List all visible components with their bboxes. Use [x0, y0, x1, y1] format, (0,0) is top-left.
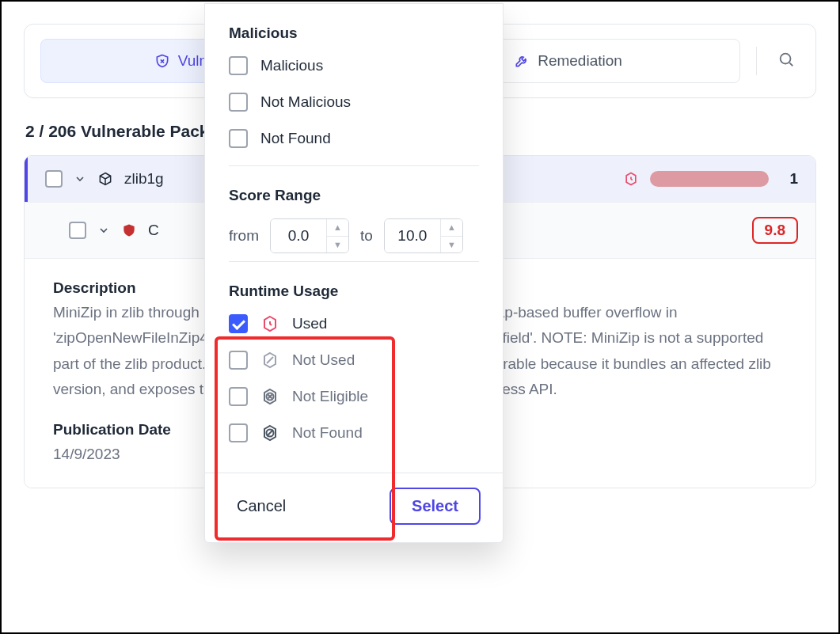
- shield-icon: [121, 222, 137, 238]
- package-icon: [97, 171, 113, 187]
- checkbox-used[interactable]: [229, 314, 248, 333]
- package-checkbox[interactable]: [45, 170, 63, 188]
- severity-count: 1: [789, 170, 798, 188]
- option-not-used-label: Not Used: [292, 351, 355, 369]
- runtime-usage-title: Runtime Usage: [229, 283, 479, 300]
- option-not-eligible[interactable]: Not Eligible: [229, 387, 479, 406]
- option-not-eligible-label: Not Eligible: [292, 388, 368, 405]
- option-used-label: Used: [292, 315, 327, 332]
- option-not-found-rt[interactable]: Not Found: [229, 423, 479, 442]
- option-not-found-mal-label: Not Found: [260, 130, 331, 147]
- score-from-field[interactable]: [271, 219, 326, 252]
- checkbox-not-malicious[interactable]: [229, 93, 248, 112]
- option-malicious[interactable]: Malicious: [229, 56, 479, 75]
- divider: [229, 261, 479, 262]
- severity-bar: [650, 171, 769, 187]
- wrench-icon: [514, 53, 530, 69]
- checkbox-not-found-mal[interactable]: [229, 129, 248, 148]
- hexagon-clock-icon: [623, 171, 639, 187]
- score-from-up[interactable]: ▲: [327, 219, 348, 237]
- hexagon-clock-icon: [260, 314, 279, 333]
- score-range-title: Score Range: [229, 187, 479, 204]
- chevron-down-icon[interactable]: [97, 224, 110, 237]
- cve-checkbox[interactable]: [69, 222, 86, 239]
- to-label: to: [360, 227, 373, 245]
- divider: [756, 47, 757, 75]
- score-to-up[interactable]: ▲: [441, 219, 462, 237]
- checkbox-not-used[interactable]: [229, 351, 248, 370]
- checkbox-malicious[interactable]: [229, 56, 248, 75]
- score-to-down[interactable]: ▼: [441, 237, 462, 253]
- option-not-malicious-label: Not Malicious: [260, 93, 351, 111]
- hexagon-x-icon: [260, 387, 279, 406]
- panel-footer: Cancel Select: [205, 473, 503, 542]
- shield-x-icon: [154, 53, 170, 69]
- search-icon: [777, 51, 795, 68]
- cancel-button[interactable]: Cancel: [227, 491, 295, 522]
- option-used[interactable]: Used: [229, 314, 479, 333]
- tab-remediation-label: Remediation: [538, 52, 622, 70]
- score-to-field[interactable]: [385, 219, 440, 252]
- hexagon-question-icon: [260, 423, 279, 442]
- score-from-input[interactable]: ▲ ▼: [270, 218, 349, 253]
- divider: [229, 165, 479, 166]
- option-not-found-rt-label: Not Found: [292, 424, 363, 442]
- cve-letter: C: [148, 222, 159, 239]
- option-not-found-mal[interactable]: Not Found: [229, 129, 479, 148]
- from-label: from: [229, 227, 259, 245]
- checkbox-not-eligible[interactable]: [229, 387, 248, 406]
- search-button[interactable]: [773, 46, 800, 76]
- filter-panel: Malicious Malicious Not Malicious Not Fo…: [204, 3, 504, 543]
- option-not-malicious[interactable]: Not Malicious: [229, 93, 479, 112]
- package-name: zlib1g: [124, 170, 164, 188]
- chevron-down-icon[interactable]: [74, 173, 86, 185]
- score-to-input[interactable]: ▲ ▼: [384, 218, 463, 253]
- option-not-used[interactable]: Not Used: [229, 351, 479, 370]
- score-from-down[interactable]: ▼: [327, 237, 348, 253]
- hexagon-slash-icon: [260, 351, 279, 370]
- svg-point-0: [781, 54, 791, 64]
- cvss-score-badge: 9.8: [752, 217, 798, 244]
- score-range-row: from ▲ ▼ to ▲ ▼: [229, 218, 479, 253]
- select-button[interactable]: Select: [390, 488, 481, 525]
- option-malicious-label: Malicious: [260, 57, 323, 74]
- checkbox-not-found-rt[interactable]: [229, 423, 248, 442]
- malicious-section-title: Malicious: [229, 25, 479, 42]
